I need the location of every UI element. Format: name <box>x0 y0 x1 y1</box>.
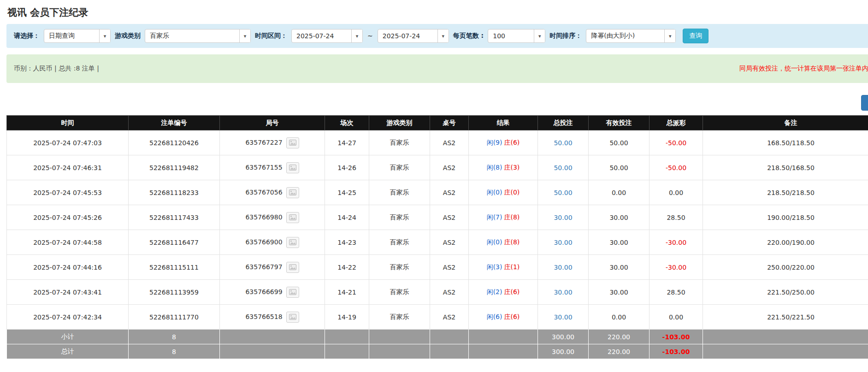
page-size-select[interactable]: 100 ▾ <box>488 29 545 43</box>
cell-note: 190.00/218.50 <box>703 205 868 230</box>
chevron-down-icon[interactable]: ▾ <box>351 30 362 42</box>
round-id-text: 635766518 <box>245 313 282 320</box>
cell-session: 14-22 <box>325 255 369 280</box>
game-record-icon[interactable] <box>286 237 299 248</box>
game-record-icon[interactable] <box>286 212 299 223</box>
date-to-picker[interactable]: 2025-07-24 ▾ <box>378 29 449 43</box>
cell-note: 250.00/220.00 <box>703 255 868 280</box>
chevron-down-icon[interactable]: ▾ <box>239 30 250 42</box>
sort-order-select[interactable]: 降幂(由大到小) ▾ <box>586 29 676 43</box>
game-record-icon[interactable] <box>286 187 299 198</box>
total-bet-link[interactable]: 30.00 <box>538 305 589 330</box>
game-record-icon[interactable] <box>286 262 299 273</box>
cell-game-type: 百家乐 <box>369 130 430 155</box>
empty-cell <box>430 344 469 359</box>
header-table-no: 桌号 <box>430 116 469 130</box>
result-banker: 庄(8) <box>504 238 520 246</box>
total-payout: -103.00 <box>650 344 703 359</box>
result-banker: 庄(0) <box>504 189 520 196</box>
subtotal-payout: -103.00 <box>650 330 703 344</box>
cell-game-type: 百家乐 <box>369 205 430 230</box>
game-record-icon[interactable] <box>286 162 299 173</box>
empty-cell <box>220 344 325 359</box>
search-button[interactable]: 查询 <box>683 29 709 43</box>
game-type-select[interactable]: 百家乐 ▾ <box>145 29 251 43</box>
total-bet-link[interactable]: 30.00 <box>538 280 589 305</box>
chevron-down-icon[interactable]: ▾ <box>664 30 675 42</box>
cell-note: 221.50/221.50 <box>703 305 868 330</box>
subtotal-row: 小计 8 300.00 220.00 -103.00 <box>7 330 868 344</box>
cell-valid-bet: 30.00 <box>589 230 650 255</box>
total-bet-link[interactable]: 30.00 <box>538 255 589 280</box>
date-from-picker[interactable]: 2025-07-24 ▾ <box>291 29 363 43</box>
cell-session: 14-25 <box>325 180 369 205</box>
cell-table-no: AS2 <box>430 230 469 255</box>
partial-action-button[interactable] <box>861 95 868 111</box>
total-bet-link[interactable]: 50.00 <box>538 155 589 180</box>
cell-table-no: AS2 <box>430 180 469 205</box>
cell-game-type: 百家乐 <box>369 305 430 330</box>
game-record-icon[interactable] <box>286 137 299 148</box>
table-row: 2025-07-24 07:44:58 522681116477 6357669… <box>7 230 868 255</box>
cell-result: 闲(2)庄(6) <box>469 280 538 305</box>
cell-round-id: 635766518 <box>220 305 325 330</box>
empty-cell <box>325 330 369 344</box>
cell-bet-id: 522681120426 <box>129 130 220 155</box>
cell-result: 闲(3)庄(1) <box>469 255 538 280</box>
cell-table-no: AS2 <box>430 155 469 180</box>
page-size-label: 每页笔数 : <box>453 32 484 40</box>
query-mode-select[interactable]: 日期查询 ▾ <box>44 29 111 43</box>
cell-table-no: AS2 <box>430 205 469 230</box>
total-bet-link[interactable]: 50.00 <box>538 180 589 205</box>
header-game-type: 游戏类别 <box>369 116 430 130</box>
empty-cell <box>325 344 369 359</box>
total-bet-link[interactable]: 50.00 <box>538 130 589 155</box>
round-id-text: 635766797 <box>245 263 282 271</box>
cell-valid-bet: 50.00 <box>589 155 650 180</box>
cell-result: 闲(8)庄(3) <box>469 155 538 180</box>
cell-valid-bet: 30.00 <box>589 205 650 230</box>
cell-valid-bet: 30.00 <box>589 255 650 280</box>
cell-note: 220.00/190.00 <box>703 230 868 255</box>
chevron-down-icon[interactable]: ▾ <box>437 30 449 42</box>
result-player: 闲(6) <box>487 313 502 320</box>
total-bet-link[interactable]: 30.00 <box>538 205 589 230</box>
cell-time: 2025-07-24 07:44:16 <box>7 255 129 280</box>
game-record-icon[interactable] <box>286 287 299 298</box>
cell-payout: 28.50 <box>650 280 703 305</box>
game-record-icon[interactable] <box>286 312 299 323</box>
table-row: 2025-07-24 07:42:34 522681111770 6357665… <box>7 305 868 330</box>
chevron-down-icon[interactable]: ▾ <box>534 30 545 42</box>
cell-bet-id: 522681117433 <box>129 205 220 230</box>
cell-game-type: 百家乐 <box>369 180 430 205</box>
sort-order-label: 时间排序： <box>549 32 582 40</box>
chevron-down-icon[interactable]: ▾ <box>99 30 110 42</box>
round-id-text: 635766699 <box>245 288 282 295</box>
game-type-value: 百家乐 <box>145 32 174 40</box>
result-player: 闲(7) <box>487 213 502 221</box>
cell-time: 2025-07-24 07:47:03 <box>7 130 129 155</box>
cell-time: 2025-07-24 07:44:58 <box>7 230 129 255</box>
cell-table-no: AS2 <box>430 255 469 280</box>
date-from-value: 2025-07-24 <box>292 32 338 40</box>
subtotal-count: 8 <box>129 330 220 344</box>
cell-round-id: 635766900 <box>220 230 325 255</box>
empty-cell <box>469 344 538 359</box>
cell-game-type: 百家乐 <box>369 280 430 305</box>
subtotal-valid-bet: 220.00 <box>589 330 650 344</box>
result-player: 闲(0) <box>487 238 502 246</box>
cell-payout: -50.00 <box>650 130 703 155</box>
cell-time: 2025-07-24 07:42:34 <box>7 305 129 330</box>
total-bet-link[interactable]: 30.00 <box>538 230 589 255</box>
cell-result: 闲(7)庄(8) <box>469 205 538 230</box>
cell-round-id: 635766699 <box>220 280 325 305</box>
cell-game-type: 百家乐 <box>369 255 430 280</box>
empty-cell <box>369 330 430 344</box>
result-player: 闲(9) <box>487 139 502 146</box>
cell-session: 14-26 <box>325 155 369 180</box>
result-player: 闲(3) <box>487 263 502 271</box>
table-row: 2025-07-24 07:43:41 522681113959 6357666… <box>7 280 868 305</box>
empty-cell <box>469 330 538 344</box>
cell-payout: -50.00 <box>650 155 703 180</box>
empty-cell <box>703 344 868 359</box>
